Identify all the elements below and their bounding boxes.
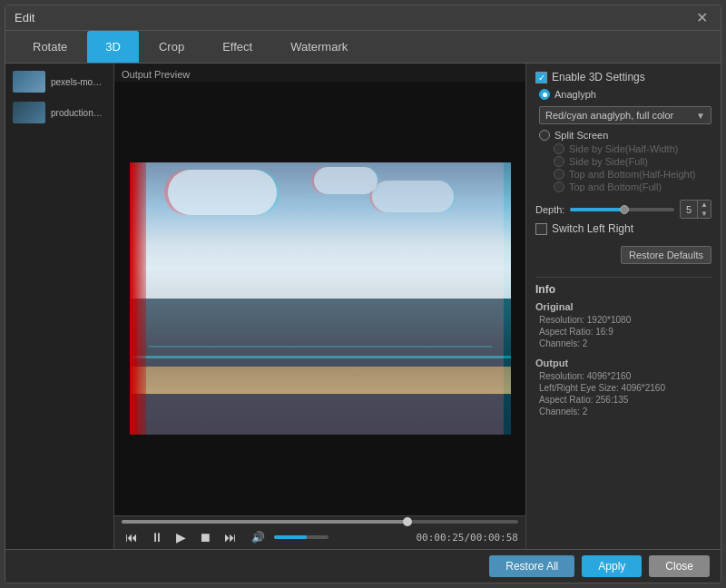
red-bar — [130, 162, 146, 435]
list-item[interactable]: production_id... — [10, 99, 109, 126]
depth-value: 5 — [681, 203, 697, 216]
skip-end-button[interactable]: ⏭ — [221, 529, 240, 545]
enable-3d-row: ✓ Enable 3D Settings — [535, 71, 711, 83]
bottom-bar: Restore All Apply Close — [5, 549, 721, 583]
enable-3d-label: Enable 3D Settings — [552, 71, 645, 83]
split-screen-label: Split Screen — [554, 130, 608, 141]
output-resolution: Resolution: 4096*2160 — [535, 371, 711, 381]
depth-fill — [570, 208, 622, 211]
split-screen-radio-row: Split Screen — [535, 130, 711, 141]
restore-all-button[interactable]: Restore All — [489, 555, 574, 577]
volume-fill — [274, 535, 307, 539]
playback-bar: ⏮ ⏸ ▶ ⏹ ⏭ 🔊 00:00:25/00:00:58 — [114, 515, 525, 549]
skip-start-button[interactable]: ⏮ — [122, 529, 142, 545]
side-by-side-half-row: Side by Side(Half-Width) — [535, 143, 711, 154]
output-eye-size: Left/Right Eye Size: 4096*2160 — [535, 383, 711, 393]
original-aspect: Aspect Ratio: 16:9 — [535, 327, 711, 337]
depth-up-button[interactable]: ▲ — [698, 201, 711, 210]
seek-thumb — [403, 517, 412, 526]
divider-1 — [535, 277, 711, 278]
tab-effect[interactable]: Effect — [204, 31, 270, 63]
pause-button[interactable]: ⏸ — [147, 529, 167, 545]
anaglyph-cyan-overlay — [137, 162, 511, 435]
anaglyph-label: Anaglyph — [554, 89, 596, 100]
depth-down-button[interactable]: ▼ — [698, 210, 711, 219]
radio-dot — [543, 93, 547, 97]
top-bottom-half-label: Top and Bottom(Half-Height) — [569, 169, 695, 180]
restore-defaults-button[interactable]: Restore Defaults — [621, 246, 711, 264]
tab-watermark[interactable]: Watermark — [272, 31, 366, 63]
play-button[interactable]: ▶ — [172, 529, 190, 545]
anaglyph-dropdown-value: Red/cyan anaglyph, full color — [545, 110, 673, 121]
original-resolution: Resolution: 1920*1080 — [535, 315, 711, 325]
depth-label: Depth: — [535, 204, 564, 215]
apply-button[interactable]: Apply — [582, 555, 642, 577]
switch-left-right-row: Switch Left Right — [535, 222, 711, 235]
top-bottom-half-row: Top and Bottom(Half-Height) — [535, 169, 711, 180]
tab-rotate[interactable]: Rotate — [15, 31, 85, 63]
time-display: 00:00:25/00:00:58 — [416, 532, 518, 544]
original-label: Original — [535, 301, 711, 312]
volume-icon: 🔊 — [251, 531, 265, 544]
side-by-side-half-radio[interactable] — [554, 143, 564, 154]
sidebar: pexels-movie... production_id... — [5, 64, 114, 549]
top-bottom-full-row: Top and Bottom(Full) — [535, 181, 711, 192]
split-screen-radio[interactable] — [539, 130, 550, 141]
title-bar: Edit ✕ — [5, 5, 721, 31]
anaglyph-radio[interactable] — [539, 89, 550, 100]
depth-arrows: ▲ ▼ — [697, 201, 711, 218]
switch-left-right-label: Switch Left Right — [552, 222, 633, 235]
main-window: Edit ✕ Rotate 3D Crop Effect Watermark p… — [5, 5, 721, 583]
thumbnail — [13, 102, 45, 123]
depth-slider[interactable] — [570, 208, 674, 211]
side-by-side-full-radio[interactable] — [554, 156, 564, 167]
side-by-side-full-label: Side by Side(Full) — [569, 156, 648, 167]
thumb-label: pexels-movie... — [51, 77, 106, 87]
info-section: Info Original Resolution: 1920*1080 Aspe… — [535, 283, 711, 418]
video-container — [114, 82, 525, 515]
top-bottom-half-radio[interactable] — [554, 169, 564, 180]
anaglyph-dropdown[interactable]: Red/cyan anaglyph, full color ▼ — [539, 106, 711, 124]
tab-3d[interactable]: 3D — [87, 31, 139, 63]
output-aspect: Aspect Ratio: 256:135 — [535, 395, 711, 405]
thumb-label: production_id... — [51, 108, 106, 118]
depth-thumb — [620, 205, 629, 214]
thumbnail — [13, 71, 45, 93]
volume-slider[interactable] — [274, 535, 329, 539]
list-item[interactable]: pexels-movie... — [10, 68, 109, 95]
content-area: pexels-movie... production_id... Output … — [5, 64, 721, 549]
switch-left-right-checkbox[interactable] — [535, 223, 547, 235]
info-title: Info — [535, 283, 711, 296]
side-by-side-full-row: Side by Side(Full) — [535, 156, 711, 167]
depth-row: Depth: 5 ▲ ▼ — [535, 200, 711, 219]
seek-progress — [122, 520, 407, 524]
output-label: Output — [535, 358, 711, 368]
side-by-side-half-label: Side by Side(Half-Width) — [569, 143, 678, 154]
dropdown-arrow-icon: ▼ — [696, 111, 705, 121]
controls-row: ⏮ ⏸ ▶ ⏹ ⏭ 🔊 00:00:25/00:00:58 — [122, 529, 518, 545]
output-channels: Channels: 2 — [535, 407, 711, 416]
original-channels: Channels: 2 — [535, 338, 711, 348]
video-frame — [130, 162, 511, 435]
anaglyph-dropdown-row: Red/cyan anaglyph, full color ▼ — [539, 106, 711, 124]
main-area: Output Preview — [114, 64, 525, 549]
anaglyph-radio-row: Anaglyph — [535, 89, 711, 100]
top-bottom-full-radio[interactable] — [554, 181, 564, 192]
window-close-button[interactable]: ✕ — [692, 9, 711, 27]
checkmark-icon: ✓ — [538, 73, 545, 83]
stop-button[interactable]: ⏹ — [195, 529, 215, 545]
enable-3d-checkbox[interactable]: ✓ — [535, 72, 547, 83]
close-button[interactable]: Close — [649, 555, 710, 577]
tab-crop[interactable]: Crop — [141, 31, 202, 63]
tab-bar: Rotate 3D Crop Effect Watermark — [5, 31, 721, 64]
right-panel: ✓ Enable 3D Settings Anaglyph Red/cyan a… — [525, 64, 721, 549]
window-title: Edit — [15, 11, 34, 24]
output-preview-label: Output Preview — [114, 64, 525, 82]
seek-bar[interactable] — [122, 520, 518, 524]
depth-spinbox[interactable]: 5 ▲ ▼ — [680, 200, 711, 219]
top-bottom-full-label: Top and Bottom(Full) — [569, 181, 662, 192]
